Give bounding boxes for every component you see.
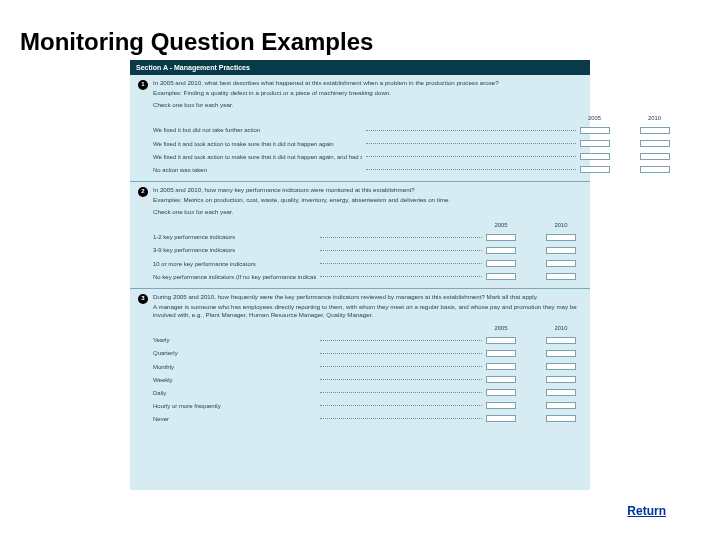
- option-row: No action was taken: [153, 166, 675, 175]
- option-label: Quarterly: [153, 350, 316, 358]
- option-row: 10 or more key performance indicators: [153, 260, 582, 269]
- checkbox[interactable]: [546, 376, 576, 383]
- question-badge: 1: [138, 80, 148, 90]
- section-header: Section A - Management Practices: [130, 60, 590, 75]
- option-label: Yearly: [153, 337, 316, 345]
- checkbox[interactable]: [546, 389, 576, 396]
- year-header: 2005 2010: [153, 222, 582, 230]
- option-row: We fixed it and took action to make sure…: [153, 153, 675, 162]
- checkbox[interactable]: [486, 260, 516, 267]
- option-row: We fixed it but did not take further act…: [153, 127, 675, 136]
- checkbox[interactable]: [486, 389, 516, 396]
- option-row: Yearly: [153, 337, 582, 346]
- option-row: Daily: [153, 389, 582, 398]
- checkbox[interactable]: [546, 337, 576, 344]
- year-b: 2010: [639, 115, 669, 123]
- question-instruction: Check one box for each year.: [153, 101, 675, 109]
- question-examples: Examples: Finding a quality defect in a …: [153, 89, 675, 97]
- checkbox[interactable]: [486, 415, 516, 422]
- checkbox[interactable]: [640, 140, 670, 147]
- year-b: 2010: [546, 222, 576, 230]
- option-row: No key performance indicators (If no key…: [153, 273, 582, 282]
- checkbox[interactable]: [580, 127, 610, 134]
- option-row: Weekly: [153, 376, 582, 385]
- checkbox[interactable]: [580, 140, 610, 147]
- checkbox[interactable]: [546, 402, 576, 409]
- checkbox[interactable]: [546, 363, 576, 370]
- year-header: 2005 2010: [153, 115, 675, 123]
- option-row: Monthly: [153, 363, 582, 372]
- question-text: During 2005 and 2010, how frequently wer…: [153, 293, 582, 301]
- option-label: We fixed it and took action to make sure…: [153, 154, 362, 162]
- option-row: 3-9 key performance indicators: [153, 247, 582, 256]
- checkbox[interactable]: [486, 363, 516, 370]
- option-row: Never: [153, 415, 582, 424]
- checkbox[interactable]: [546, 415, 576, 422]
- option-label: Hourly or more frequently: [153, 403, 316, 411]
- option-label: We fixed it and took action to make sure…: [153, 141, 362, 149]
- checkbox[interactable]: [640, 153, 670, 160]
- option-label: 10 or more key performance indicators: [153, 261, 316, 269]
- option-label: We fixed it but did not take further act…: [153, 127, 362, 135]
- question-badge: 2: [138, 187, 148, 197]
- question-text: In 2005 and 2010, what best describes wh…: [153, 79, 675, 87]
- checkbox[interactable]: [546, 247, 576, 254]
- checkbox[interactable]: [486, 273, 516, 280]
- year-a: 2005: [486, 222, 516, 230]
- option-label: Weekly: [153, 377, 316, 385]
- option-row: Quarterly: [153, 350, 582, 359]
- question-3: 3 During 2005 and 2010, how frequently w…: [130, 288, 590, 430]
- question-1: 1 In 2005 and 2010, what best describes …: [130, 75, 590, 181]
- checkbox[interactable]: [546, 273, 576, 280]
- checkbox[interactable]: [546, 350, 576, 357]
- option-row: 1-2 key performance indicators: [153, 234, 582, 243]
- option-label: Never: [153, 416, 316, 424]
- question-examples: A manager is someone who has employees d…: [153, 303, 582, 319]
- page-title: Monitoring Question Examples: [20, 28, 373, 56]
- option-label: 1-2 key performance indicators: [153, 234, 316, 242]
- option-row: Hourly or more frequently: [153, 402, 582, 411]
- option-label: No key performance indicators (If no key…: [153, 274, 316, 282]
- checkbox[interactable]: [486, 234, 516, 241]
- question-badge: 3: [138, 294, 148, 304]
- return-link[interactable]: Return: [627, 504, 666, 518]
- checkbox[interactable]: [546, 260, 576, 267]
- year-b: 2010: [546, 325, 576, 333]
- checkbox[interactable]: [486, 337, 516, 344]
- option-label: 3-9 key performance indicators: [153, 247, 316, 255]
- checkbox[interactable]: [486, 247, 516, 254]
- checkbox[interactable]: [486, 350, 516, 357]
- checkbox[interactable]: [640, 127, 670, 134]
- question-instruction: Check one box for each year.: [153, 208, 582, 216]
- checkbox[interactable]: [486, 402, 516, 409]
- survey-form: Section A - Management Practices 1 In 20…: [130, 60, 590, 490]
- year-header: 2005 2010: [153, 325, 582, 333]
- checkbox[interactable]: [486, 376, 516, 383]
- checkbox[interactable]: [580, 153, 610, 160]
- year-a: 2005: [486, 325, 516, 333]
- checkbox[interactable]: [580, 166, 610, 173]
- option-label: Monthly: [153, 364, 316, 372]
- option-row: We fixed it and took action to make sure…: [153, 140, 675, 149]
- option-label: Daily: [153, 390, 316, 398]
- option-label: No action was taken: [153, 167, 362, 175]
- checkbox[interactable]: [640, 166, 670, 173]
- question-examples: Examples: Metrics on production, cost, w…: [153, 196, 582, 204]
- year-a: 2005: [579, 115, 609, 123]
- question-text: In 2005 and 2010, how many key performan…: [153, 186, 582, 194]
- question-2: 2 In 2005 and 2010, how many key perform…: [130, 181, 590, 288]
- checkbox[interactable]: [546, 234, 576, 241]
